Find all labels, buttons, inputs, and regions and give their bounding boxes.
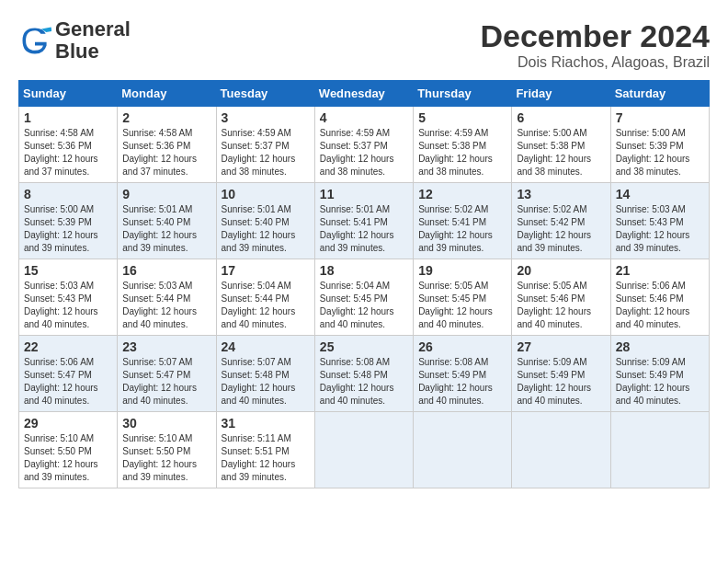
week-row-4: 22Sunrise: 5:06 AMSunset: 5:47 PMDayligh… <box>19 336 710 412</box>
header-wednesday: Wednesday <box>314 81 413 107</box>
day-cell-13: 13Sunrise: 5:02 AMSunset: 5:42 PMDayligh… <box>512 183 610 259</box>
week-row-2: 8Sunrise: 5:00 AMSunset: 5:39 PMDaylight… <box>19 183 710 259</box>
logo-icon <box>18 24 51 57</box>
day-cell-24: 24Sunrise: 5:07 AMSunset: 5:48 PMDayligh… <box>216 336 314 412</box>
header-monday: Monday <box>118 81 216 107</box>
header-saturday: Saturday <box>610 81 709 107</box>
day-cell-26: 26Sunrise: 5:08 AMSunset: 5:49 PMDayligh… <box>414 336 512 412</box>
title-area: December 2024 Dois Riachos, Alagoas, Bra… <box>480 18 710 71</box>
calendar-table: Sunday Monday Tuesday Wednesday Thursday… <box>18 80 710 488</box>
day-cell-12: 12Sunrise: 5:02 AMSunset: 5:41 PMDayligh… <box>414 183 512 259</box>
day-cell-14: 14Sunrise: 5:03 AMSunset: 5:43 PMDayligh… <box>610 183 709 259</box>
day-cell-8: 8Sunrise: 5:00 AMSunset: 5:39 PMDaylight… <box>19 183 118 259</box>
day-cell-5: 5Sunrise: 4:59 AMSunset: 5:38 PMDaylight… <box>414 107 512 183</box>
day-cell-10: 10Sunrise: 5:01 AMSunset: 5:40 PMDayligh… <box>216 183 314 259</box>
logo-line2: Blue <box>55 40 131 63</box>
day-cell-17: 17Sunrise: 5:04 AMSunset: 5:44 PMDayligh… <box>216 259 314 336</box>
logo: General Blue <box>18 18 131 63</box>
day-cell-15: 15Sunrise: 5:03 AMSunset: 5:43 PMDayligh… <box>19 259 118 336</box>
day-cell-18: 18Sunrise: 5:04 AMSunset: 5:45 PMDayligh… <box>314 259 413 336</box>
day-cell-23: 23Sunrise: 5:07 AMSunset: 5:47 PMDayligh… <box>118 336 216 412</box>
day-cell-31: 31Sunrise: 5:11 AMSunset: 5:51 PMDayligh… <box>216 412 314 488</box>
day-cell-20: 20Sunrise: 5:05 AMSunset: 5:46 PMDayligh… <box>512 259 610 336</box>
day-cell-11: 11Sunrise: 5:01 AMSunset: 5:41 PMDayligh… <box>314 183 413 259</box>
day-cell-7: 7Sunrise: 5:00 AMSunset: 5:39 PMDaylight… <box>610 107 709 183</box>
logo-line1: General <box>55 18 131 40</box>
day-cell-30: 30Sunrise: 5:10 AMSunset: 5:50 PMDayligh… <box>118 412 216 488</box>
day-cell-2: 2Sunrise: 4:58 AMSunset: 5:36 PMDaylight… <box>118 107 216 183</box>
empty-cell <box>610 412 709 488</box>
day-cell-29: 29Sunrise: 5:10 AMSunset: 5:50 PMDayligh… <box>19 412 118 488</box>
empty-cell <box>414 412 512 488</box>
week-row-3: 15Sunrise: 5:03 AMSunset: 5:43 PMDayligh… <box>19 259 710 336</box>
empty-cell <box>314 412 413 488</box>
header-thursday: Thursday <box>414 81 512 107</box>
week-row-1: 1Sunrise: 4:58 AMSunset: 5:36 PMDaylight… <box>19 107 710 183</box>
day-cell-4: 4Sunrise: 4:59 AMSunset: 5:37 PMDaylight… <box>314 107 413 183</box>
page-title: December 2024 <box>480 18 710 54</box>
header-sunday: Sunday <box>19 81 118 107</box>
day-cell-1: 1Sunrise: 4:58 AMSunset: 5:36 PMDaylight… <box>19 107 118 183</box>
day-cell-28: 28Sunrise: 5:09 AMSunset: 5:49 PMDayligh… <box>610 336 709 412</box>
weekday-header-row: Sunday Monday Tuesday Wednesday Thursday… <box>19 81 710 107</box>
empty-cell <box>512 412 610 488</box>
page-subtitle: Dois Riachos, Alagoas, Brazil <box>480 54 710 71</box>
header-friday: Friday <box>512 81 610 107</box>
day-cell-21: 21Sunrise: 5:06 AMSunset: 5:46 PMDayligh… <box>610 259 709 336</box>
day-cell-25: 25Sunrise: 5:08 AMSunset: 5:48 PMDayligh… <box>314 336 413 412</box>
day-cell-6: 6Sunrise: 5:00 AMSunset: 5:38 PMDaylight… <box>512 107 610 183</box>
page-header: General Blue December 2024 Dois Riachos,… <box>18 18 710 71</box>
day-cell-19: 19Sunrise: 5:05 AMSunset: 5:45 PMDayligh… <box>414 259 512 336</box>
day-cell-3: 3Sunrise: 4:59 AMSunset: 5:37 PMDaylight… <box>216 107 314 183</box>
week-row-5: 29Sunrise: 5:10 AMSunset: 5:50 PMDayligh… <box>19 412 710 488</box>
day-cell-16: 16Sunrise: 5:03 AMSunset: 5:44 PMDayligh… <box>118 259 216 336</box>
header-tuesday: Tuesday <box>216 81 314 107</box>
day-cell-9: 9Sunrise: 5:01 AMSunset: 5:40 PMDaylight… <box>118 183 216 259</box>
day-cell-22: 22Sunrise: 5:06 AMSunset: 5:47 PMDayligh… <box>19 336 118 412</box>
day-cell-27: 27Sunrise: 5:09 AMSunset: 5:49 PMDayligh… <box>512 336 610 412</box>
